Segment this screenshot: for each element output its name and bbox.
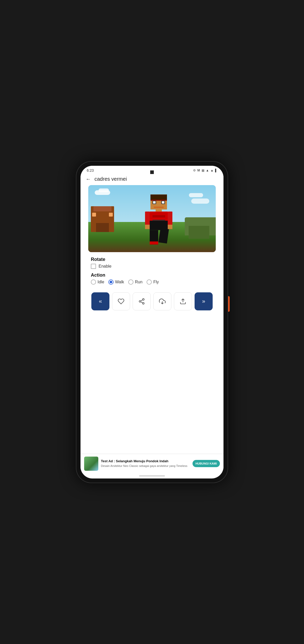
action-options: Idle Walk Run [91,279,213,285]
radio-circle-idle [91,279,96,285]
svg-point-2 [142,302,144,304]
char-cap-stripe [150,200,167,201]
char-neck [156,209,162,211]
ad-cta-button[interactable]: HUBUNGI KAMI [193,460,220,467]
wifi-icon: ▲ [206,169,209,172]
radio-circle-fly [147,279,152,285]
cloud-4 [191,199,209,204]
char-body-group [150,211,168,230]
favorite-button[interactable] [112,292,130,310]
char-head [150,194,167,209]
ad-thumbnail [84,457,98,471]
rotate-label: Rotate [91,257,213,262]
svg-line-4 [141,300,142,301]
battery-icon: ▌ [215,169,217,172]
settings-icon: ⚙ [193,169,196,172]
svg-line-3 [141,302,142,303]
building-left [91,206,114,232]
char-mouth [154,207,164,208]
svg-point-1 [139,300,141,302]
radio-inner-walk [110,281,112,283]
home-indicator [81,473,223,478]
minecraft-character [142,194,175,238]
char-body [150,211,168,230]
svg-point-0 [142,299,144,300]
rotate-checkbox[interactable] [91,264,96,269]
phone-screen: 6:23 ⚙ M ▦ ▲ ▲ ▌ ← cadres vermei [81,166,223,478]
ad-banner: Test Ad : Selangkah Menuju Pondok Indah … [81,454,223,473]
status-time: 6:23 [87,168,94,172]
top-nav-bar: ← cadres vermei [81,174,223,185]
back-button[interactable]: ← [86,176,91,182]
action-label: Action [91,273,213,278]
radio-text-fly: Fly [153,280,159,284]
radio-fly[interactable]: Fly [147,279,159,285]
content-area: Rotate Enable Action Idle [81,185,223,473]
rotate-enable-label: Enable [99,264,111,269]
radio-circle-walk [108,279,114,285]
content-spacer [81,316,223,362]
camera-dot [150,170,154,174]
radio-text-idle: Idle [98,280,104,284]
status-bar: 6:23 ⚙ M ▦ ▲ ▲ ▌ [81,166,223,174]
status-icons: ⚙ M ▦ ▲ ▲ ▌ [193,169,217,172]
char-leg-right [158,228,169,243]
rotate-row: Enable [91,264,213,269]
action-buttons-row: « [81,290,223,316]
ad-description: Desain Arsitektur Neo Classic sebagai ga… [101,464,190,468]
terrain-right-2 [189,226,209,239]
heart-icon [118,298,124,305]
ad-text-block: Test Ad : Selangkah Menuju Pondok Indah … [101,459,190,468]
ad-thumb-image [84,457,98,471]
export-icon [180,298,186,305]
prev-button[interactable]: « [91,292,109,310]
export-button[interactable] [174,292,192,310]
signal-icon: ▲ [211,169,214,172]
char-eye-left [153,201,156,204]
share-icon [138,298,145,305]
char-leg-left [150,230,158,244]
radio-idle[interactable]: Idle [91,279,104,285]
share-button[interactable] [133,292,151,310]
page-title: cadres vermei [94,176,127,182]
gmail-icon: M [197,169,200,172]
radio-circle-run [128,279,133,285]
char-legs [150,230,168,244]
calendar-icon: ▦ [202,169,204,172]
char-arm-right [168,211,172,229]
char-arm-left [145,211,150,229]
ad-title: Test Ad : Selangkah Menuju Pondok Indah [101,459,190,464]
skin-preview [88,185,216,252]
radio-text-run: Run [135,280,142,284]
cloud-3 [189,193,203,197]
next-button[interactable]: » [195,292,213,310]
radio-walk[interactable]: Walk [108,279,124,285]
char-eye-right [161,201,165,204]
download-button[interactable] [153,292,171,310]
radio-run[interactable]: Run [128,279,142,285]
action-section: Action Idle Walk [91,273,213,285]
controls-section: Rotate Enable Action Idle [81,252,223,290]
radio-text-walk: Walk [115,280,124,284]
volume-button [228,296,230,312]
download-icon [159,298,166,305]
home-bar [139,475,165,476]
cloud-2 [99,188,109,192]
phone-shell: 6:23 ⚙ M ▦ ▲ ▲ ▌ ← cadres vermei [76,161,228,483]
